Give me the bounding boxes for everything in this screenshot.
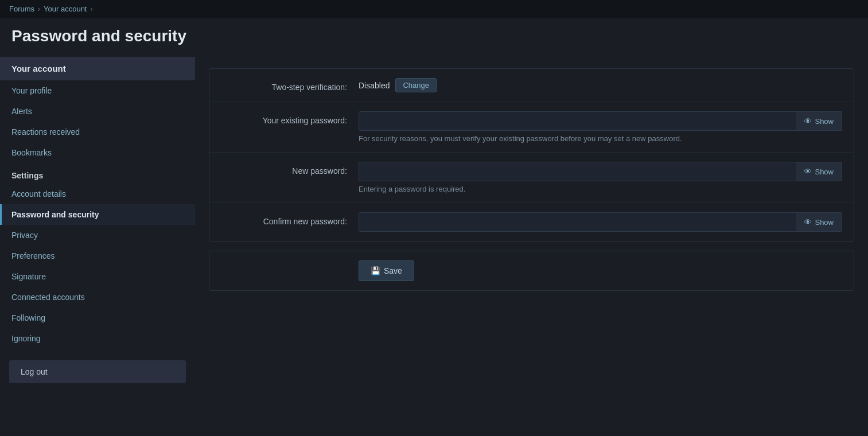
show-new-password-button[interactable]: 👁 Show — [796, 162, 842, 181]
confirm-password-input[interactable] — [359, 212, 842, 232]
new-password-input[interactable] — [359, 162, 842, 181]
two-step-field: Disabled Change — [359, 78, 842, 92]
sidebar-item-ignoring[interactable]: Ignoring — [0, 328, 195, 349]
show-new-label: Show — [815, 168, 834, 176]
page-header: Password and security — [0, 18, 868, 57]
two-step-label: Two-step verification: — [221, 78, 347, 92]
two-step-status-row: Disabled Change — [359, 78, 842, 92]
sidebar-item-your-profile[interactable]: Your profile — [0, 80, 195, 101]
floppy-icon: 💾 — [371, 266, 380, 275]
two-step-status: Disabled — [359, 81, 390, 90]
sidebar: Your account Your profile Alerts Reactio… — [0, 57, 195, 395]
page-title: Password and security — [11, 27, 857, 45]
sidebar-item-account-details[interactable]: Account details — [0, 184, 195, 204]
existing-password-wrapper: 👁 Show — [359, 111, 842, 131]
show-confirm-label: Show — [815, 218, 834, 227]
save-row: 💾 Save — [209, 251, 854, 291]
new-password-error: Entering a password is required. — [359, 185, 842, 193]
two-step-row: Two-step verification: Disabled Change — [209, 69, 854, 102]
sidebar-item-password-and-security[interactable]: Password and security — [0, 204, 195, 225]
confirm-password-label: Confirm new password: — [221, 212, 347, 226]
sidebar-item-reactions-received[interactable]: Reactions received — [0, 122, 195, 142]
confirm-password-field: 👁 Show — [359, 212, 842, 232]
confirm-password-row: Confirm new password: 👁 Show — [209, 203, 854, 241]
new-password-wrapper: 👁 Show — [359, 162, 842, 181]
sidebar-item-connected-accounts[interactable]: Connected accounts — [0, 287, 195, 307]
breadcrumb: Forums › Your account › — [0, 0, 868, 18]
eye-icon-confirm: 👁 — [804, 217, 812, 227]
eye-icon: 👁 — [804, 116, 812, 126]
new-password-field: 👁 Show Entering a password is required. — [359, 162, 842, 193]
sidebar-item-following[interactable]: Following — [0, 307, 195, 328]
show-existing-password-button[interactable]: 👁 Show — [796, 111, 842, 131]
show-confirm-password-button[interactable]: 👁 Show — [796, 212, 842, 232]
save-label: Save — [384, 266, 402, 275]
existing-password-field: 👁 Show For security reasons, you must ve… — [359, 111, 842, 143]
sidebar-item-preferences[interactable]: Preferences — [0, 246, 195, 266]
sidebar-item-alerts[interactable]: Alerts — [0, 101, 195, 122]
chevron-icon-1: › — [38, 5, 40, 13]
new-password-row: New password: 👁 Show Entering a password… — [209, 153, 854, 203]
main-content: Two-step verification: Disabled Change Y… — [195, 57, 868, 395]
existing-password-label: Your existing password: — [221, 111, 347, 125]
logout-button[interactable]: Log out — [9, 360, 186, 383]
existing-password-row: Your existing password: 👁 Show For secur… — [209, 102, 854, 153]
password-form-section: Two-step verification: Disabled Change Y… — [209, 68, 854, 242]
breadcrumb-forums[interactable]: Forums — [9, 5, 34, 13]
sidebar-item-signature[interactable]: Signature — [0, 266, 195, 287]
new-password-label: New password: — [221, 162, 347, 176]
eye-icon-new: 👁 — [804, 167, 812, 176]
sidebar-item-bookmarks[interactable]: Bookmarks — [0, 142, 195, 163]
confirm-password-wrapper: 👁 Show — [359, 212, 842, 232]
save-button[interactable]: 💾 Save — [359, 260, 414, 281]
settings-section-header: Settings — [0, 163, 195, 184]
sidebar-item-privacy[interactable]: Privacy — [0, 225, 195, 246]
change-two-step-button[interactable]: Change — [395, 78, 437, 92]
breadcrumb-your-account[interactable]: Your account — [44, 5, 87, 13]
sidebar-item-your-account[interactable]: Your account — [0, 57, 195, 80]
chevron-icon-2: › — [90, 5, 92, 13]
page-layout: Your account Your profile Alerts Reactio… — [0, 57, 868, 395]
existing-password-input[interactable] — [359, 111, 842, 131]
show-existing-label: Show — [815, 117, 834, 126]
existing-password-help: For security reasons, you must verify yo… — [359, 134, 842, 143]
